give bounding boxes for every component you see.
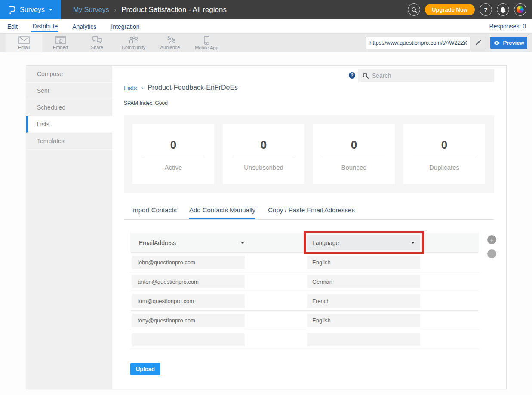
header-breadcrumb: My Surveys › Product Satisfaction - All … [73, 6, 408, 14]
tab-import-contacts[interactable]: Import Contacts [131, 206, 177, 219]
chevron-down-icon [49, 9, 53, 11]
email-input[interactable] [132, 314, 245, 327]
tab-integration[interactable]: Integration [110, 21, 140, 32]
contact-row [130, 311, 479, 330]
stat-value: 0 [132, 138, 214, 152]
email-column-dropdown[interactable]: EmailAddress [139, 233, 245, 253]
search-icon [363, 73, 369, 79]
envelope-icon [18, 36, 30, 44]
stat-card-duplicates: 0 Duplicates [403, 124, 485, 184]
eye-icon [493, 41, 500, 45]
plus-icon: + [490, 236, 494, 243]
sidebar-item-lists[interactable]: Lists [26, 116, 112, 133]
account-menu[interactable] [514, 3, 526, 16]
search-button[interactable] [408, 3, 420, 16]
stat-card-unsubscribed: 0 Unsubscribed [223, 124, 304, 184]
contact-row [130, 272, 479, 291]
people-group-icon [128, 36, 139, 44]
svg-text:$: $ [167, 36, 170, 40]
add-row-button[interactable]: + [487, 235, 496, 244]
breadcrumb-separator: › [141, 85, 143, 91]
chat-bubbles-icon [92, 36, 102, 44]
pencil-icon [475, 40, 481, 46]
upload-button[interactable]: Upload [130, 363, 160, 375]
notifications-button[interactable] [497, 3, 509, 16]
stats-band: 0 Active 0 Unsubscribed 0 Bounced 0 Dupl… [124, 115, 494, 193]
stat-label: Unsubscribed [223, 164, 304, 171]
responses-count[interactable]: Responses: 0 [489, 23, 532, 30]
search-input[interactable] [372, 72, 490, 79]
contacts-grid: EmailAddress Language [130, 233, 479, 349]
toolbar-item-embed[interactable]: Embed [42, 34, 79, 52]
divider [323, 158, 385, 158]
column-header: Language [312, 239, 339, 246]
surveys-product-switcher[interactable]: Surveys [0, 0, 61, 19]
remove-row-button[interactable]: − [487, 249, 496, 258]
grid-header-row: EmailAddress Language [130, 233, 479, 253]
stat-label: Bounced [313, 164, 395, 171]
stat-label: Duplicates [403, 164, 485, 171]
email-input[interactable] [132, 275, 245, 288]
top-header: Surveys My Surveys › Product Satisfactio… [0, 0, 532, 19]
preview-label: Preview [503, 40, 524, 46]
survey-url-field [366, 37, 486, 49]
chevron-down-icon [411, 242, 415, 244]
email-input[interactable] [132, 294, 245, 308]
toolbar-item-mobile-app[interactable]: Mobile App [188, 34, 225, 52]
survey-nav: Edit Distribute Analytics Integration Re… [0, 19, 532, 34]
breadcrumb-my-surveys[interactable]: My Surveys [73, 6, 109, 14]
email-input[interactable] [132, 333, 245, 346]
tab-distribute[interactable]: Distribute [31, 20, 58, 32]
toolbar-item-label: Email [18, 45, 30, 50]
language-input[interactable] [307, 314, 420, 327]
toolbar-item-label: Audience [160, 45, 180, 50]
contact-row [130, 253, 479, 272]
page-title: Product Satisfaction - All regions [121, 6, 227, 14]
survey-url-input[interactable] [366, 37, 470, 49]
edit-url-button[interactable] [470, 37, 486, 49]
list-help-icon[interactable]: ? [349, 72, 355, 79]
tab-analytics[interactable]: Analytics [71, 21, 97, 32]
toolbar-item-share[interactable]: Share [79, 34, 115, 52]
stat-value: 0 [403, 138, 485, 152]
sidebar-item-templates[interactable]: Templates [26, 133, 112, 150]
sidebar-item-scheduled[interactable]: Scheduled [26, 99, 112, 116]
contact-row [130, 330, 479, 349]
avatar [517, 6, 524, 13]
stat-value: 0 [223, 138, 304, 152]
language-input[interactable] [307, 333, 420, 346]
toolbar-item-email[interactable]: Email [6, 34, 42, 52]
toolbar-item-audience[interactable]: $ Audience [152, 34, 188, 52]
sidebar-item-sent[interactable]: Sent [26, 83, 112, 99]
product-label: Surveys [20, 6, 45, 14]
email-input[interactable] [132, 256, 245, 269]
minus-icon: − [490, 250, 494, 257]
tab-copy-paste-emails[interactable]: Copy / Paste Email Addresses [268, 206, 355, 219]
toolbar-item-community[interactable]: Community [115, 34, 152, 52]
language-input[interactable] [307, 256, 420, 269]
divider [142, 158, 205, 158]
search-icon [411, 7, 417, 13]
header-actions: Upgrade Now ? [408, 3, 532, 16]
stat-card-bounced: 0 Bounced [313, 124, 395, 184]
tab-edit[interactable]: Edit [6, 21, 18, 32]
breadcrumb-lists-link[interactable]: Lists [124, 84, 137, 92]
spam-index-value: Good [155, 100, 167, 106]
language-input[interactable] [307, 294, 420, 308]
upgrade-now-button[interactable]: Upgrade Now [425, 4, 475, 15]
contact-row [130, 291, 479, 311]
sidebar-item-compose[interactable]: Compose [26, 66, 112, 83]
language-input[interactable] [307, 275, 420, 288]
preview-button[interactable]: Preview [490, 37, 527, 49]
distribute-toolbar: Email Embed Share [0, 34, 532, 52]
help-button[interactable]: ? [480, 3, 492, 16]
toolbar-item-label: Share [91, 45, 103, 50]
column-header: EmailAddress [139, 239, 176, 246]
toolbar-item-label: Embed [53, 45, 68, 50]
email-sidebar: Compose Sent Scheduled Lists Templates [26, 66, 112, 389]
tab-add-contacts-manually[interactable]: Add Contacts Manually [189, 206, 255, 219]
toolbar-item-label: Mobile App [195, 45, 218, 50]
spam-index-label: SPAM Index: [124, 100, 154, 106]
stat-card-active: 0 Active [132, 124, 214, 184]
language-column-dropdown[interactable]: Language [307, 235, 420, 250]
